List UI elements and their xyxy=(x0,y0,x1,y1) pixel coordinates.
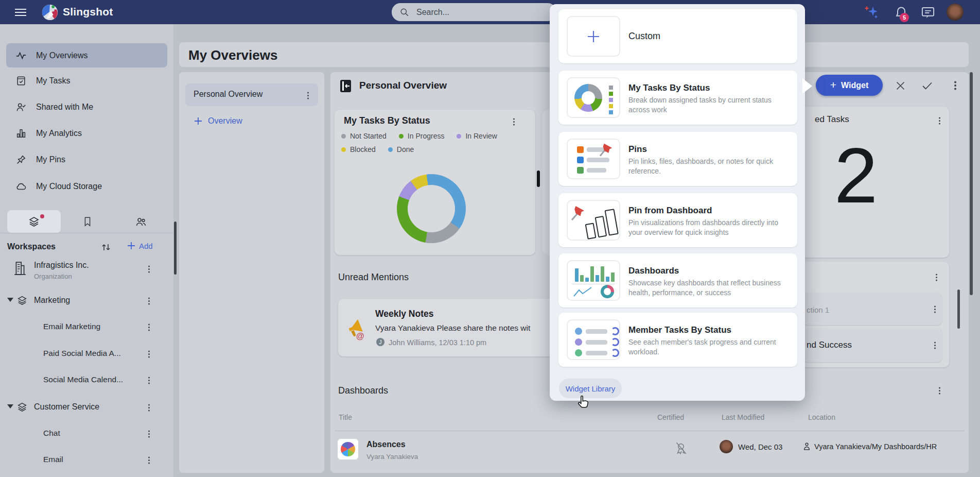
email-marketing-kebab-menu[interactable] xyxy=(148,327,150,328)
tasks-widget-title: My Tasks By Status xyxy=(344,115,430,126)
not-certified-icon[interactable] xyxy=(674,441,688,457)
sidebar-item-label: My Overviews xyxy=(36,51,87,60)
sections-widget-kebab-menu[interactable] xyxy=(936,277,937,278)
section-row-kebab-menu[interactable] xyxy=(934,345,936,346)
search-input[interactable]: Search... xyxy=(392,3,556,21)
notification-count-badge: 5 xyxy=(900,13,909,22)
pin-from-dashboard-thumb xyxy=(567,200,620,241)
paid-social-kebab-menu[interactable] xyxy=(148,353,150,355)
person-icon xyxy=(802,441,811,453)
pins-thumb xyxy=(567,139,620,179)
menu-item-custom[interactable]: Custom xyxy=(558,9,797,63)
workspace-marketing[interactable]: Marketing xyxy=(34,296,70,305)
social-calendar-kebab-menu[interactable] xyxy=(148,380,150,381)
cursor-pointer-icon xyxy=(576,395,591,412)
column-header-certified[interactable]: Certified xyxy=(657,413,684,421)
add-workspace-button[interactable]: Add xyxy=(127,241,153,250)
legend-label: Not Started xyxy=(350,132,387,140)
page-scrollbar[interactable] xyxy=(970,72,973,295)
mini-legend-swatch xyxy=(609,86,613,90)
workspace-email[interactable]: Email xyxy=(43,455,63,464)
tab-bookmarks[interactable] xyxy=(61,210,114,233)
slingshot-logo-icon[interactable] xyxy=(41,4,59,23)
collapse-caret-icon[interactable] xyxy=(7,298,13,302)
workspace-social-calendar[interactable]: Social Media Calend... xyxy=(43,375,123,384)
layers-icon xyxy=(28,215,40,228)
resize-handle[interactable] xyxy=(537,171,540,187)
menu-item-pins[interactable]: Pins Pin links, files, dashboards, or no… xyxy=(558,132,797,186)
table-row[interactable] xyxy=(335,433,965,470)
dashboard-title[interactable]: Absences xyxy=(366,440,406,449)
workspace-tab-notification-dot xyxy=(40,214,44,218)
email-kebab-menu[interactable] xyxy=(148,459,150,461)
marketing-kebab-menu[interactable] xyxy=(148,300,150,302)
org-kebab-menu[interactable] xyxy=(148,268,150,270)
collapse-overview-icon[interactable] xyxy=(340,79,352,95)
workspace-paid-social[interactable]: Paid Social Media A... xyxy=(43,349,121,358)
sort-icon[interactable] xyxy=(100,241,112,255)
donut-hole xyxy=(408,185,455,232)
sidebar-item-my-pins[interactable]: My Pins xyxy=(6,148,167,171)
overview-kebab-menu[interactable] xyxy=(954,84,956,87)
inner-scrollbar[interactable] xyxy=(957,289,960,329)
sidebar-item-my-analytics[interactable]: My Analytics xyxy=(6,122,167,145)
sidebar-item-my-cloud-storage[interactable]: My Cloud Storage xyxy=(6,175,167,198)
add-widget-button[interactable]: + Widget xyxy=(816,75,883,96)
column-header-location[interactable]: Location xyxy=(808,413,835,421)
organization-icon xyxy=(13,260,27,279)
add-overview-button[interactable]: Overview xyxy=(194,116,242,126)
tab-workspaces[interactable] xyxy=(7,210,61,233)
sidebar-item-label: Shared with Me xyxy=(36,103,93,112)
workspace-customer-service[interactable]: Customer Service xyxy=(34,402,99,412)
workspace-email-marketing[interactable]: Email Marketing xyxy=(43,322,100,331)
tasks-count-kebab-menu[interactable] xyxy=(939,120,940,122)
sidebar-scrollbar[interactable] xyxy=(174,222,177,275)
org-type: Organization xyxy=(34,272,72,280)
overview-item-kebab-menu[interactable] xyxy=(307,95,309,96)
confirm-check-icon[interactable] xyxy=(922,81,933,92)
sidebar-item-my-overviews[interactable]: My Overviews xyxy=(6,43,167,67)
ai-sparkles-icon[interactable] xyxy=(863,5,880,22)
menu-item-member-tasks-by-status[interactable]: Member Tasks By Status See each member's… xyxy=(558,313,797,367)
menu-item-my-tasks-by-status[interactable]: My Tasks By Status Break down assigned t… xyxy=(558,71,797,125)
menu-item-title: My Tasks By Status xyxy=(628,83,710,93)
menu-item-dashboards[interactable]: Dashboards Showcase key dashboards that … xyxy=(558,253,797,308)
workspace-chat[interactable]: Chat xyxy=(43,429,60,438)
menu-item-desc: Pin links, files, dashboards, or notes f… xyxy=(628,157,789,176)
workspace-layers-icon xyxy=(16,295,28,308)
hamburger-menu-icon[interactable] xyxy=(14,8,27,19)
menu-item-desc: See each member's task progress and curr… xyxy=(628,337,789,357)
mini-legend-swatch xyxy=(609,92,613,96)
close-icon[interactable] xyxy=(896,81,905,93)
bookmark-icon xyxy=(82,216,93,227)
plus-icon: + xyxy=(830,79,836,91)
tab-members[interactable] xyxy=(114,210,168,233)
org-name[interactable]: Infragistics Inc. xyxy=(34,261,89,270)
legend-dot xyxy=(457,134,461,139)
column-header-title[interactable]: Title xyxy=(339,413,352,421)
member-tasks-thumb xyxy=(567,319,620,360)
menu-item-desc: Pin visualizations from dashboards direc… xyxy=(628,218,789,237)
menu-item-pin-from-dashboard[interactable]: Pin from Dashboard Pin visualizations fr… xyxy=(558,193,797,247)
tabbar-divider xyxy=(0,233,173,233)
customer-service-kebab-menu[interactable] xyxy=(148,407,150,408)
chart-legend-row-1: Not Started In Progress In Review xyxy=(341,132,497,140)
tasks-widget-kebab-menu[interactable] xyxy=(513,121,515,123)
mini-donut-hole xyxy=(604,288,611,295)
sidebar-item-shared-with-me[interactable]: Shared with Me xyxy=(6,96,167,118)
user-avatar[interactable] xyxy=(947,4,964,21)
column-header-last-modified[interactable]: Last Modified xyxy=(722,413,764,421)
section-row-label-visible: nd Success xyxy=(807,340,852,350)
workspaces-heading: Workspaces xyxy=(7,242,56,251)
dashboards-kebab-menu[interactable] xyxy=(939,390,940,391)
sidebar-item-label: My Analytics xyxy=(36,129,82,138)
unread-mentions-heading: Unread Mentions xyxy=(338,272,409,283)
section-row-kebab-menu[interactable] xyxy=(934,309,936,310)
menu-item-title: Dashboards xyxy=(628,266,679,276)
dashboard-thumbnail xyxy=(338,439,358,459)
messages-icon[interactable] xyxy=(921,6,935,22)
collapse-caret-icon[interactable] xyxy=(7,404,13,408)
add-workspace-label: Add xyxy=(139,242,153,250)
chat-kebab-menu[interactable] xyxy=(148,433,150,435)
sidebar-item-my-tasks[interactable]: My Tasks xyxy=(6,70,167,92)
